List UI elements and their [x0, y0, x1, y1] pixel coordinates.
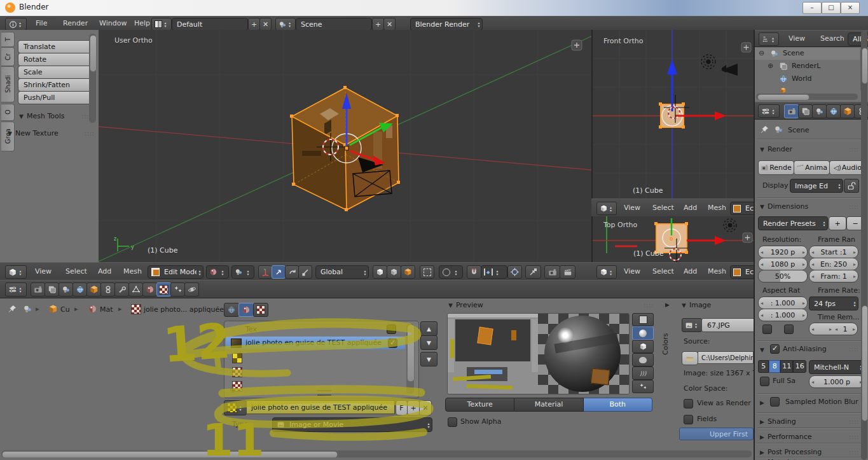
edge-select-button[interactable]	[387, 265, 401, 279]
tab-constraints[interactable]	[100, 282, 115, 296]
sphere-preview-button[interactable]	[632, 326, 654, 340]
tab-scene[interactable]	[59, 282, 73, 296]
mode-select[interactable]: Edit Mode	[148, 265, 203, 279]
anti-aliasing-panel-header[interactable]: ▼	[760, 345, 768, 354]
manipulator-rotate-button[interactable]	[285, 265, 299, 279]
time-remap-new-field[interactable]: ◂1▸	[833, 323, 858, 335]
add-scene-button[interactable]: +	[372, 18, 384, 31]
menu-mesh[interactable]: Mesh	[116, 265, 149, 278]
tab-object[interactable]	[840, 104, 855, 118]
resolution-y-field[interactable]: ◂1080 p▸	[758, 258, 808, 270]
translate-tool-button[interactable]: Translate	[18, 40, 92, 53]
render-opengl-button[interactable]	[544, 265, 560, 279]
crumb-texture-label[interactable]: jolie photo... appliquée	[144, 305, 224, 314]
tab-world[interactable]	[72, 282, 87, 296]
panel-drag-handle[interactable]	[849, 417, 859, 426]
collapse-icon[interactable]: ⊖	[759, 49, 764, 57]
aa-samples-5[interactable]: 5	[758, 360, 769, 373]
frame-step-field[interactable]: ◂Fram: 1▸	[809, 270, 858, 282]
delete-layout-button[interactable]: ✕	[259, 18, 272, 31]
rotate-tool-button[interactable]: Rotate	[18, 53, 92, 66]
tab-world[interactable]	[826, 104, 841, 118]
menu-add[interactable]: Add	[677, 201, 704, 214]
fake-user-button[interactable]: F	[396, 400, 408, 415]
panel-drag-handle[interactable]	[644, 301, 654, 309]
editor-type-outliner-button[interactable]	[759, 32, 779, 46]
image-name-field[interactable]: 67.JPG	[701, 318, 754, 332]
anti-aliasing-checkbox[interactable]	[770, 344, 780, 354]
frame-end-field[interactable]: ◂En: 250▸	[809, 258, 858, 270]
slot-move-down-button[interactable]: ▼	[420, 335, 437, 350]
vertex-select-button[interactable]	[373, 265, 387, 279]
performance-panel-header[interactable]: ▶Performance	[760, 433, 812, 441]
add-layout-button[interactable]: +	[248, 18, 260, 31]
properties-scroll-thumb[interactable]	[862, 305, 868, 421]
slot-move-up-button[interactable]: ▲	[420, 321, 437, 336]
new-texture-button[interactable]: +	[407, 400, 420, 415]
tab-render-layers[interactable]	[45, 282, 59, 296]
material-texture-context-button[interactable]	[238, 303, 254, 317]
viewport-expand-button[interactable]	[743, 233, 752, 242]
outliner-hscroll-thumb[interactable]	[757, 94, 809, 101]
pin-icon[interactable]	[8, 304, 17, 314]
tab-texture[interactable]	[156, 282, 171, 296]
menu-add[interactable]: Add	[91, 265, 118, 278]
frame-rate-select[interactable]: 24 fps	[809, 296, 858, 310]
tab-modifiers[interactable]	[114, 282, 129, 296]
outliner-item-label[interactable]: World	[792, 74, 812, 83]
tab-render[interactable]	[31, 282, 45, 296]
snap-target-button[interactable]	[507, 265, 522, 279]
crop-checkbox[interactable]	[784, 324, 794, 334]
snap-toggle-button[interactable]	[467, 265, 481, 279]
render-still-button[interactable]: Rende	[758, 160, 794, 175]
minimize-button[interactable]: –	[803, 2, 822, 14]
image-panel-header[interactable]: ▼Image	[682, 301, 711, 309]
manipulator-translate-button[interactable]	[272, 265, 286, 279]
menu-mesh[interactable]: Mesh	[701, 265, 733, 278]
scale-tool-button[interactable]: Scale	[18, 66, 92, 79]
new-texture-panel-header[interactable]: ▼New Texture	[8, 129, 59, 137]
display-lock-button[interactable]	[844, 179, 859, 193]
tab-material[interactable]	[142, 282, 157, 296]
editor-type-properties-button[interactable]	[758, 104, 780, 118]
panel-drag-handle[interactable]	[849, 202, 859, 211]
shelf-tab-options[interactable]: O	[1, 104, 15, 121]
render-opengl-anim-button[interactable]	[560, 265, 575, 279]
shelf-tab-shading[interactable]: Shadi	[1, 66, 15, 102]
slot-specials-button[interactable]: ▼	[420, 352, 437, 366]
display-select[interactable]: Image Ed	[790, 179, 843, 193]
texture-slot-selected[interactable]: jolie photo en guise de TEST appliquée	[226, 337, 405, 349]
panel-drag-handle[interactable]	[849, 433, 859, 441]
frame-start-field[interactable]: ◂Start :1▸	[809, 246, 858, 258]
editor-type-3dview-button[interactable]	[596, 202, 617, 215]
tab-particles[interactable]	[170, 282, 185, 296]
panel-drag-handle[interactable]	[849, 448, 859, 456]
camera-glyph[interactable]	[722, 64, 738, 76]
scene-icon-button[interactable]	[275, 18, 296, 31]
flat-preview-button[interactable]	[632, 313, 654, 326]
viewport-expand-button[interactable]	[741, 43, 751, 52]
full-sample-checkbox[interactable]	[760, 377, 769, 386]
panel-drag-handle[interactable]	[849, 145, 859, 153]
colors-collapse-arrow[interactable]: ▶	[665, 302, 670, 308]
tab-object-data[interactable]	[128, 282, 143, 296]
editor-type-3dview-button[interactable]	[5, 265, 27, 279]
manipulator-axis-button[interactable]	[258, 265, 272, 279]
snap-element-select[interactable]: ◆	[481, 265, 507, 279]
resolution-x-field[interactable]: ◂1920 p▸	[758, 246, 808, 258]
shelf-scrollbar-thumb[interactable]	[90, 35, 97, 72]
slot-first-label[interactable]: Tex	[245, 325, 257, 333]
aa-samples-8[interactable]: 8	[769, 360, 780, 373]
texture-type-select[interactable]: Image or Movie	[272, 417, 432, 432]
outliner-row-renderlayers[interactable]: ⊕ RenderL	[755, 60, 860, 73]
expand-icon[interactable]: ⊕	[768, 62, 773, 70]
viewport-top[interactable]: o Top Ortho (1) Cube	[591, 216, 755, 262]
menu-select[interactable]: Select	[645, 201, 681, 214]
tab-physics[interactable]	[184, 282, 199, 296]
tab-scene[interactable]	[812, 104, 827, 118]
colors-vertical-tab[interactable]: Colors	[661, 310, 670, 355]
menu-select[interactable]: Select	[59, 265, 94, 278]
render-presets-select[interactable]: Render Presets	[758, 216, 828, 230]
other-texture-context-button[interactable]	[253, 303, 268, 317]
outliner-item-label[interactable]: RenderL	[792, 62, 820, 70]
